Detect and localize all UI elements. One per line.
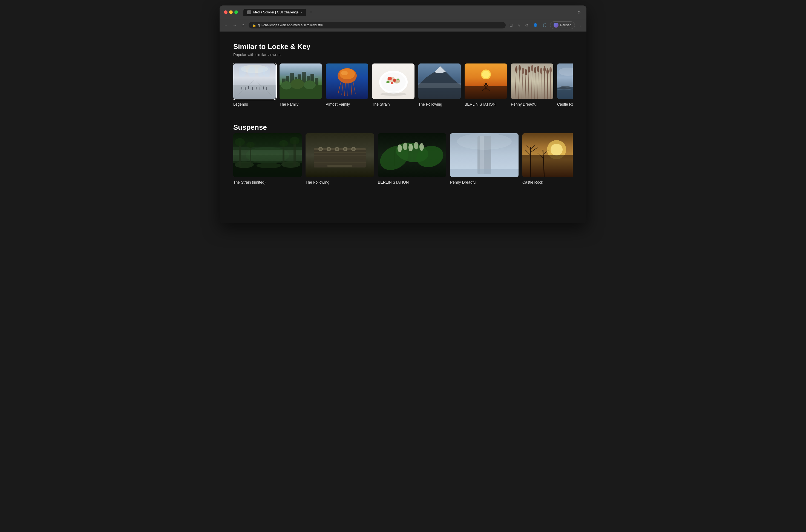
cast-icon[interactable]: ⊡ <box>508 22 514 28</box>
svg-point-121 <box>336 148 338 150</box>
maximize-button[interactable] <box>235 11 238 14</box>
media-thumbnail-penny-s[interactable] <box>450 133 519 177</box>
svg-point-87 <box>540 68 542 74</box>
svg-rect-55 <box>418 83 461 88</box>
active-tab[interactable]: Media Scroller | GUI Challenge × <box>243 9 306 16</box>
media-label-following-s: The Following <box>305 180 374 185</box>
svg-point-102 <box>257 163 281 168</box>
media-thumbnail-following[interactable] <box>418 63 461 99</box>
svg-point-90 <box>549 67 552 73</box>
svg-point-58 <box>482 71 490 78</box>
browser-window: Media Scroller | GUI Challenge × + ⚙ ← →… <box>220 5 586 223</box>
list-item[interactable]: Legends <box>233 63 276 107</box>
svg-rect-14 <box>260 87 260 90</box>
paused-badge[interactable]: Paused <box>550 21 575 29</box>
svg-point-79 <box>515 66 518 73</box>
list-item[interactable]: Almost Family <box>326 63 368 107</box>
list-item[interactable]: Penny Dreadful <box>511 63 553 107</box>
list-item[interactable]: The Following <box>418 63 461 107</box>
profile-icon[interactable]: 👤 <box>532 22 539 28</box>
svg-point-117 <box>319 148 322 150</box>
svg-point-80 <box>519 65 521 72</box>
media-icon[interactable]: 🎵 <box>541 22 548 28</box>
media-thumbnail-family[interactable] <box>280 63 322 99</box>
list-item[interactable]: Castle Rock <box>557 63 573 107</box>
new-tab-button[interactable]: + <box>307 8 315 16</box>
svg-point-47 <box>393 79 396 82</box>
tab-bar: Media Scroller | GUI Challenge × + <box>243 8 574 16</box>
address-text: gui-challenges.web.app/media-scroller/di… <box>258 23 323 27</box>
lock-icon: 🔒 <box>252 23 256 27</box>
svg-point-83 <box>528 66 530 73</box>
svg-point-82 <box>525 69 527 76</box>
minimize-button[interactable] <box>229 11 233 14</box>
svg-point-137 <box>397 145 402 152</box>
list-item[interactable]: BERLIN STATION <box>465 63 507 107</box>
svg-point-109 <box>235 138 245 146</box>
bookmark-icon[interactable]: ☆ <box>516 22 522 28</box>
svg-point-123 <box>344 148 346 150</box>
media-thumbnail-berlin[interactable] <box>465 63 507 99</box>
svg-point-86 <box>537 66 539 72</box>
media-label-following: The Following <box>418 102 461 107</box>
svg-point-140 <box>414 142 418 149</box>
svg-rect-15 <box>263 87 264 90</box>
forward-button[interactable]: → <box>231 22 238 28</box>
svg-point-93 <box>560 86 571 89</box>
back-button[interactable]: ← <box>223 22 229 28</box>
tab-close-icon[interactable]: × <box>301 11 302 14</box>
svg-point-50 <box>397 78 399 80</box>
similar-section: Similar to Locke & Key Popular with simi… <box>233 42 573 110</box>
svg-rect-16 <box>266 87 267 90</box>
media-thumbnail-strain-s[interactable] <box>233 133 302 177</box>
browser-toolbar: ← → ↺ 🔒 gui-challenges.web.app/media-scr… <box>220 19 586 32</box>
svg-point-46 <box>388 77 392 80</box>
media-label-castle-rock: Castle Rock <box>557 102 573 107</box>
svg-rect-9 <box>242 87 242 90</box>
list-item[interactable]: Penny Dreadful <box>450 133 519 185</box>
svg-point-125 <box>352 148 355 150</box>
menu-icon[interactable]: ⋮ <box>577 22 583 28</box>
svg-point-43 <box>381 73 406 92</box>
svg-point-119 <box>328 148 330 150</box>
media-thumbnail-castle-s[interactable] <box>522 133 573 177</box>
media-label-penny: Penny Dreadful <box>511 102 553 107</box>
media-thumbnail-berlin-s[interactable] <box>378 133 446 177</box>
list-item[interactable]: Castle Rock <box>522 133 573 185</box>
svg-point-40 <box>341 71 348 75</box>
refresh-button[interactable]: ↺ <box>240 22 246 28</box>
svg-rect-153 <box>522 155 573 177</box>
svg-rect-12 <box>252 87 253 90</box>
browser-titlebar: Media Scroller | GUI Challenge × + ⚙ <box>220 5 586 19</box>
media-label-berlin: BERLIN STATION <box>465 102 507 107</box>
svg-rect-13 <box>256 87 257 90</box>
media-thumbnail-following-s[interactable] <box>305 133 374 177</box>
tab-label: Media Scroller | GUI Challenge <box>253 11 298 14</box>
svg-point-51 <box>380 93 407 96</box>
media-thumbnail-castle-rock[interactable] <box>557 63 573 99</box>
list-item[interactable]: The Family <box>280 63 322 107</box>
close-button[interactable] <box>224 11 227 14</box>
traffic-lights <box>224 11 238 14</box>
media-thumbnail-penny[interactable] <box>511 63 553 99</box>
svg-rect-132 <box>327 165 352 167</box>
address-bar[interactable]: 🔒 gui-challenges.web.app/media-scroller/… <box>249 22 506 28</box>
media-thumbnail-legends[interactable] <box>233 63 276 99</box>
media-thumbnail-strain[interactable] <box>372 63 414 99</box>
media-label-berlin-s: BERLIN STATION <box>378 180 446 185</box>
list-item[interactable]: The Strain (limited) <box>233 133 302 185</box>
list-item[interactable]: The Following <box>305 133 374 185</box>
svg-point-49 <box>386 81 390 83</box>
svg-point-149 <box>457 133 512 150</box>
list-item[interactable]: BERLIN STATION <box>378 133 446 185</box>
extension-icon-2[interactable]: ⚙ <box>524 22 530 28</box>
svg-point-28 <box>281 81 292 90</box>
suspense-media-row: The Strain (limited) <box>233 133 573 188</box>
svg-point-60 <box>485 83 487 86</box>
media-thumbnail-almost-family[interactable] <box>326 63 368 99</box>
extension-icon[interactable]: ⚙ <box>576 9 582 16</box>
tab-favicon <box>247 11 251 14</box>
svg-line-75 <box>541 70 541 99</box>
list-item[interactable]: The Strain <box>372 63 414 107</box>
svg-point-111 <box>279 140 288 147</box>
